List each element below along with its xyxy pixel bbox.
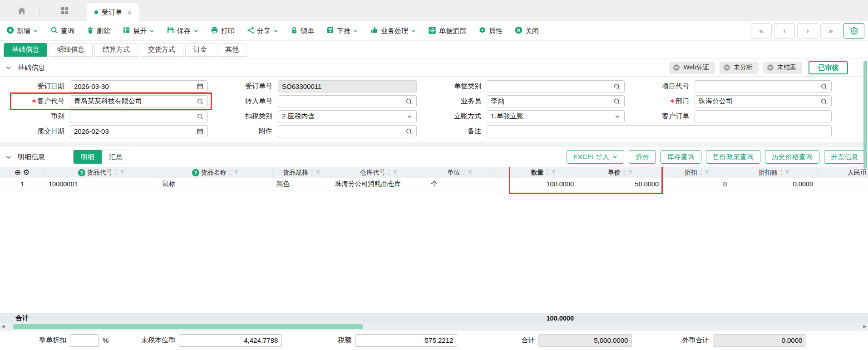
- search-icon[interactable]: [820, 83, 828, 90]
- add-row-icon[interactable]: ⊕: [15, 169, 21, 176]
- sort-icon[interactable]: [462, 170, 466, 175]
- unit-cell[interactable]: 个: [427, 178, 493, 190]
- customer-order-field[interactable]: [695, 110, 832, 122]
- whole-discount-input[interactable]: [70, 334, 99, 347]
- col-header-quantity[interactable]: 数量: [509, 167, 578, 178]
- warehouse-cell[interactable]: 珠海分公司消耗品仓库: [331, 178, 427, 190]
- first-record-button[interactable]: «: [751, 23, 772, 39]
- toggle-detail[interactable]: 明细: [74, 150, 102, 164]
- toolbar-expand-button[interactable]: 展开: [123, 26, 154, 35]
- calendar-icon[interactable]: [196, 83, 204, 90]
- department-field[interactable]: 珠海分公司: [695, 95, 832, 107]
- toolbar-close-button[interactable]: 关闭: [515, 26, 539, 35]
- unit-price-cell[interactable]: 50.0000: [578, 178, 663, 190]
- toolbar-save-button[interactable]: 保存: [167, 26, 198, 35]
- delivery-date-field[interactable]: 2026-02-03: [70, 125, 208, 137]
- prev-record-button[interactable]: ‹: [774, 23, 795, 39]
- settings-gear-button[interactable]: [843, 23, 864, 39]
- col-header-item-code[interactable]: 货品代号: [44, 167, 158, 178]
- col-header-unit-price[interactable]: 单价: [578, 167, 663, 178]
- sort-icon[interactable]: [228, 170, 232, 175]
- last-record-button[interactable]: »: [820, 23, 841, 39]
- col-header-discount-amount[interactable]: 折扣额: [731, 167, 817, 178]
- filter-icon[interactable]: [120, 170, 125, 175]
- scroll-left-arrow-icon[interactable]: ◀: [1, 324, 5, 329]
- search-icon[interactable]: [820, 98, 828, 105]
- tab-close-icon[interactable]: ×: [128, 9, 132, 16]
- toolbar-new-button[interactable]: 新增: [6, 26, 38, 35]
- tab-deposit[interactable]: 订金: [185, 43, 215, 57]
- stock-query-button[interactable]: 库存查询: [661, 150, 701, 164]
- search-icon[interactable]: [197, 98, 204, 105]
- col-header-item-name[interactable]: 货品名称: [158, 167, 272, 178]
- split-button[interactable]: 拆分: [629, 150, 656, 164]
- sort-icon[interactable]: [622, 170, 626, 175]
- toolbar-share-button[interactable]: 分享: [247, 27, 278, 35]
- help-icon[interactable]: [192, 169, 199, 176]
- col-header-item-spec[interactable]: 货品规格: [272, 167, 331, 178]
- toolbar-properties-button[interactable]: 属性: [478, 26, 503, 35]
- filter-icon[interactable]: [316, 170, 321, 175]
- col-header-cny[interactable]: 人民币: [817, 167, 868, 178]
- toolbar-delete-button[interactable]: 删除: [87, 27, 110, 35]
- help-icon[interactable]: [78, 169, 85, 176]
- filter-icon[interactable]: [468, 170, 473, 175]
- filter-icon[interactable]: [785, 170, 790, 175]
- toolbar-print-button[interactable]: 打印: [211, 26, 235, 35]
- tab-delivery[interactable]: 交货方式: [140, 43, 183, 57]
- tax-amount-input[interactable]: 575.2212: [355, 334, 457, 347]
- col-header-warehouse[interactable]: 仓库代号: [331, 167, 427, 178]
- discount-amount-cell[interactable]: 0.0000: [731, 178, 817, 190]
- item-spec-cell[interactable]: 黑色: [272, 178, 331, 190]
- currency-field[interactable]: [70, 110, 208, 122]
- doc-type-field[interactable]: [487, 80, 625, 92]
- calendar-icon[interactable]: [196, 127, 204, 135]
- remark-field[interactable]: [487, 125, 832, 137]
- tab-other[interactable]: 其他: [217, 43, 247, 57]
- filter-icon[interactable]: [705, 170, 710, 175]
- not-analyzed-badge[interactable]: 未分析: [720, 62, 759, 74]
- salesman-field[interactable]: 李灿: [487, 95, 625, 107]
- history-price-query-button[interactable]: 历史价格查询: [765, 150, 819, 164]
- transfer-no-field[interactable]: [278, 95, 417, 107]
- search-icon[interactable]: [613, 83, 621, 90]
- toolbar-lock-button[interactable]: 锁单: [291, 27, 314, 35]
- attachment-field[interactable]: [278, 125, 417, 137]
- active-document-tab[interactable]: 受订单 ×: [87, 3, 139, 21]
- order-date-field[interactable]: 2026-03-30: [70, 80, 208, 92]
- collapse-chevron-icon[interactable]: [5, 65, 11, 71]
- excel-import-button[interactable]: EXCEL导入: [567, 150, 624, 164]
- chevron-down-icon[interactable]: [614, 113, 621, 120]
- not-closed-badge[interactable]: 未结案: [763, 62, 802, 74]
- untaxed-base-input[interactable]: 4,424.7788: [179, 334, 282, 347]
- horizontal-scrollbar-thumb[interactable]: [13, 324, 363, 329]
- sort-icon[interactable]: [114, 170, 118, 175]
- discount-cell[interactable]: 0: [663, 178, 731, 190]
- search-icon[interactable]: [405, 128, 413, 135]
- toolbar-pushdown-button[interactable]: 下推: [326, 26, 358, 35]
- price-policy-query-button[interactable]: 售价政策查询: [706, 150, 760, 164]
- sort-icon[interactable]: [699, 170, 703, 175]
- search-icon[interactable]: [197, 113, 204, 120]
- tax-type-select[interactable]: 2.应税内含: [278, 110, 417, 122]
- tab-basic-info[interactable]: 基础信息: [4, 43, 47, 57]
- tab-settlement[interactable]: 结算方式: [94, 43, 138, 57]
- sort-icon[interactable]: [387, 170, 391, 175]
- chevron-down-icon[interactable]: [406, 113, 413, 120]
- home-icon[interactable]: [17, 6, 26, 15]
- horizontal-scrollbar[interactable]: ◀ ▶: [0, 323, 868, 330]
- sort-icon[interactable]: [310, 170, 314, 175]
- column-settings-icon[interactable]: ⚙: [23, 169, 30, 176]
- filter-icon[interactable]: [393, 170, 398, 175]
- cny-cell[interactable]: [817, 178, 868, 190]
- search-icon[interactable]: [613, 98, 621, 105]
- item-code-cell[interactable]: 10000001: [44, 178, 158, 190]
- invoice-info-button[interactable]: 开票信息: [824, 150, 865, 164]
- sort-icon[interactable]: [779, 170, 783, 175]
- tab-detail-info[interactable]: 明细信息: [49, 43, 93, 57]
- search-icon[interactable]: [405, 98, 413, 105]
- sort-icon[interactable]: [546, 170, 549, 175]
- vertical-scrollbar-thumb[interactable]: [863, 61, 867, 169]
- collapse-chevron-icon[interactable]: [5, 154, 11, 160]
- scroll-right-arrow-icon[interactable]: ▶: [863, 324, 867, 329]
